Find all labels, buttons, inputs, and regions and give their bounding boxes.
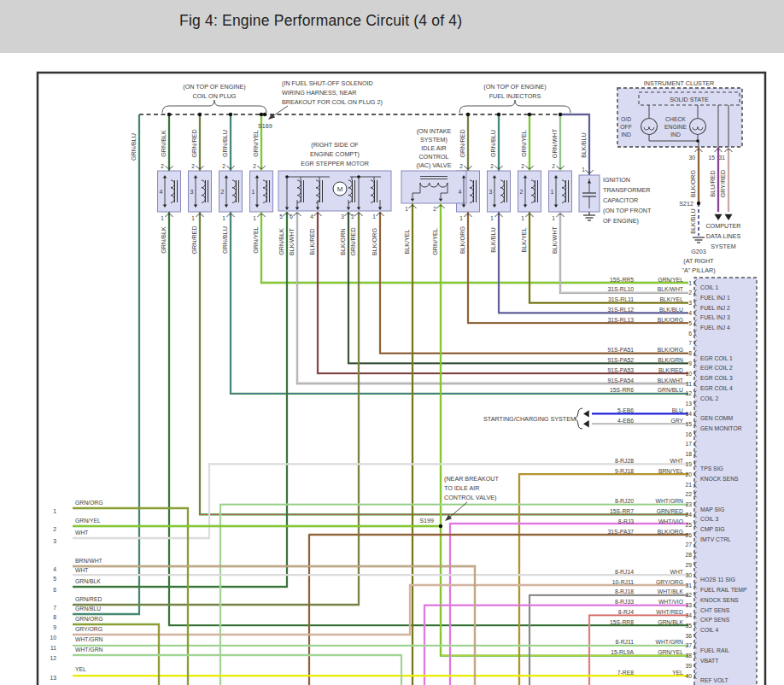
svg-text:2: 2 [459,163,463,169]
svg-text:2: 2 [161,163,164,169]
svg-text:91S-PA54: 91S-PA54 [608,378,635,383]
svg-text:1: 1 [405,206,408,212]
svg-text:GRN/RED: GRN/RED [459,129,466,157]
svg-text:BLK/GRN: BLK/GRN [658,357,683,363]
svg-text:26: 26 [685,532,692,538]
svg-text:31S-RL11: 31S-RL11 [608,296,634,302]
pcm-pin-label: COIL 3 [700,516,718,522]
svg-text:4: 4 [459,189,462,195]
pcm-pin-label: CKP SENS [700,617,730,623]
svg-text:1: 1 [53,508,56,514]
instrument-cluster-title: INSTRUMENT CLUSTER [644,79,715,87]
svg-text:2: 2 [53,526,56,532]
svg-text:2: 2 [490,163,494,169]
svg-text:(ON TOP OF ENGINE): (ON TOP OF ENGINE) [183,83,245,91]
left-stub-label: WHT/GRN [75,647,103,653]
svg-text:12: 12 [50,655,56,661]
svg-text:1: 1 [253,215,256,221]
pcm-pin-label: HO2S 11 SIG [700,577,735,583]
svg-text:O/D: O/D [621,116,631,122]
svg-text:IGNITION: IGNITION [603,176,630,184]
svg-text:15S-RR7: 15S-RR7 [610,508,634,514]
svg-text:20: 20 [685,471,692,477]
svg-text:GRN/RED: GRN/RED [349,227,357,255]
svg-text:TRANSFORMER: TRANSFORMER [603,186,651,194]
svg-text:91S-PA51: 91S-PA51 [608,347,635,353]
svg-text:10-RJ11: 10-RJ11 [612,579,634,585]
svg-text:(IN FUEL SHUT-OFF SOLENOID: (IN FUEL SHUT-OFF SOLENOID [282,79,373,87]
svg-text:4: 4 [310,214,313,220]
svg-text:WHT/BLK: WHT/BLK [658,588,684,594]
pcm-pin-label: KNOCK SENS [700,597,739,603]
svg-text:GRN/BLK: GRN/BLK [278,228,285,255]
svg-text:IND: IND [670,132,681,138]
svg-text:36: 36 [685,633,692,639]
svg-text:BLK/YEL: BLK/YEL [520,227,528,252]
splice-s169-label: S169 [258,122,272,130]
svg-text:GRN/RED: GRN/RED [190,225,198,254]
svg-text:BLK/ORG: BLK/ORG [371,228,378,255]
pcm-pin-label: GEN MONITOR [700,425,742,431]
svg-text:GRN/RED: GRN/RED [657,508,683,514]
left-stub-label: GRN/YEL [75,518,101,524]
pcm-pin-label: COIL 1 [700,284,718,290]
svg-text:17: 17 [685,441,692,447]
svg-text:3: 3 [53,538,56,544]
component-boxes [38,73,765,685]
svg-text:15: 15 [685,421,692,427]
svg-text:GRN/BLK: GRN/BLK [658,619,683,625]
svg-text:15-RL9A: 15-RL9A [611,649,634,655]
svg-text:YEL: YEL [672,670,683,676]
svg-text:1: 1 [191,215,195,221]
svg-text:34: 34 [685,612,692,618]
left-stub-label: WHT [75,530,88,536]
svg-text:15S-RR8: 15S-RR8 [610,619,634,625]
svg-text:2: 2 [222,163,225,169]
svg-text:FUEL INJECTORS: FUEL INJECTORS [489,92,541,100]
svg-text:2: 2 [221,189,225,195]
pcm-pin-label: EGR COIL 2 [700,365,733,371]
svg-text:(AT RIGHT: (AT RIGHT [683,257,714,265]
labels-layer: 43214321M(ON TOP OF ENGINE)COIL ON PLUG(… [50,79,747,683]
left-stub-label: GRY/ORG [75,626,102,632]
left-stub-label: GRN/RED [75,596,102,602]
svg-text:SYSTEM: SYSTEM [711,243,736,250]
svg-text:14: 14 [685,411,692,417]
svg-text:15S-RR6: 15S-RR6 [610,387,634,393]
svg-text:13: 13 [50,675,56,681]
svg-text:35: 35 [685,623,692,629]
svg-text:BLK/GRN: BLK/GRN [339,228,347,255]
svg-text:1: 1 [161,215,164,221]
svg-text:8-RJ4: 8-RJ4 [618,609,634,615]
pcm-pin-label: REF VOLT [700,677,728,683]
svg-text:(ON INTAKE: (ON INTAKE [417,127,452,135]
svg-text:GRN/BLU: GRN/BLU [221,130,229,157]
svg-text:7: 7 [688,340,692,346]
svg-text:GRN/BLU: GRN/BLU [658,387,683,393]
left-stub-label: GRN/ORG [75,500,102,506]
diagram-area: 43214321M(ON TOP OF ENGINE)COIL ON PLUG(… [0,53,784,685]
svg-text:8-RJ3: 8-RJ3 [618,518,634,524]
svg-text:23: 23 [685,501,692,507]
svg-text:29: 29 [685,562,692,568]
svg-text:33: 33 [685,602,692,608]
svg-text:WHT: WHT [670,569,683,575]
svg-text:1: 1 [582,167,585,173]
left-stub-label: GRN/BLU [75,606,101,612]
svg-text:WHT/GRN: WHT/GRN [656,498,684,504]
svg-text:8: 8 [688,350,692,356]
starting-charging-label: STARTING/CHARGING SYSTEM [483,415,576,423]
splice-s199-label: S199 [419,517,434,524]
svg-text:4: 4 [688,310,692,316]
svg-text:GRN/BLU: GRN/BLU [489,130,497,157]
svg-text:4-EB6: 4-EB6 [617,418,634,424]
splice-s212-label: S212 [679,200,693,208]
svg-text:GRN/WHT: GRN/WHT [551,128,559,158]
pcm-pin-label: FUEL RAIL TEMP [700,587,747,593]
svg-text:GRN/YEL: GRN/YEL [658,649,683,655]
svg-text:(ON TOP OF ENGINE): (ON TOP OF ENGINE) [483,83,546,91]
svg-text:31S-PA37: 31S-PA37 [608,529,635,535]
svg-text:BREAKOUT FOR COIL ON PLUG 2): BREAKOUT FOR COIL ON PLUG 2) [282,98,383,106]
svg-text:GRN/YEL: GRN/YEL [520,130,528,157]
svg-text:GRN/BLK: GRN/BLK [160,130,167,157]
